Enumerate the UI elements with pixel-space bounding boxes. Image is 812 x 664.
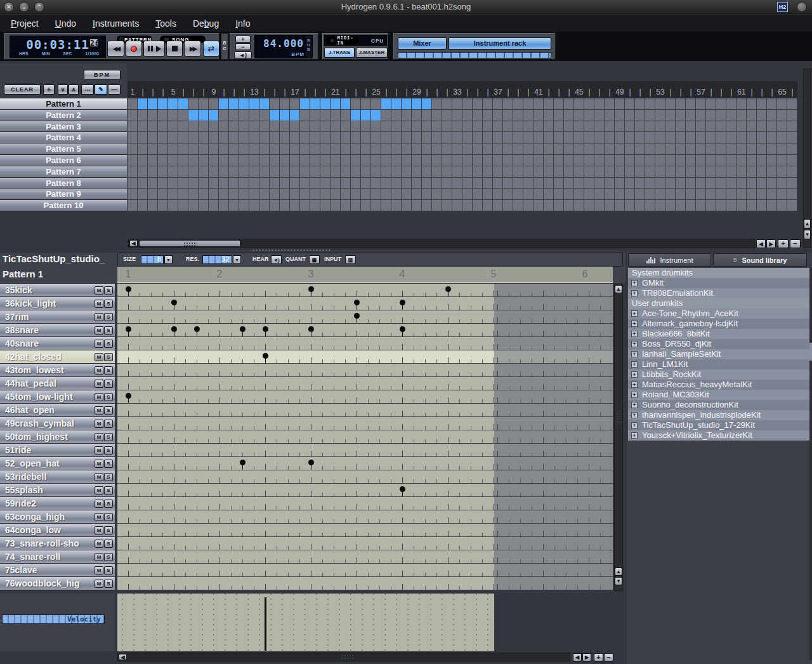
pattern-list-item-pattern-9[interactable]: Pattern 9 [0,189,127,200]
song-grid-cell[interactable] [148,189,158,200]
song-grid-cell[interactable] [716,132,726,143]
song-grid-cell[interactable] [351,98,361,110]
metronome-button[interactable]: ◄) [234,51,252,59]
song-grid-cell[interactable] [594,110,605,121]
song-grid-cell[interactable] [229,178,239,189]
song-grid-cell[interactable] [737,166,747,178]
song-grid-cell[interactable] [737,110,747,121]
song-grid-cell[interactable] [676,200,686,211]
menu-item-undo[interactable]: Undo [47,17,84,30]
song-grid-cell[interactable] [716,200,726,211]
instrument-row-45tom-low-light[interactable]: 45tom_low-lightMS [0,390,115,404]
song-grid-cell[interactable] [432,132,442,143]
song-grid-cell[interactable] [767,178,777,189]
song-grid-cell[interactable] [706,121,716,133]
song-grid-cell[interactable] [706,143,716,155]
draw-mode-button[interactable]: ✎ [95,84,107,95]
solo-button[interactable]: S [104,500,113,508]
song-grid-cell[interactable] [168,143,178,155]
mute-button[interactable]: M [95,553,103,561]
song-grid-cell[interactable] [655,121,665,133]
song-grid-cell[interactable] [158,166,168,178]
instrument-row-74-snare-roll[interactable]: 74_snare-rollMS [0,550,115,564]
jack-transport-button[interactable]: J.TRANS [324,48,355,58]
song-grid-cell[interactable] [452,155,462,166]
song-grid-cell[interactable] [412,143,422,155]
song-grid-cell[interactable] [361,132,371,143]
song-grid-cell[interactable] [412,200,422,211]
song-grid-cell[interactable] [554,132,564,143]
note-grid-row[interactable] [117,364,613,377]
song-grid-cell[interactable] [229,121,239,133]
menu-item-project[interactable]: Project [3,17,47,30]
song-grid-cell[interactable] [523,110,534,121]
song-grid-cell[interactable] [473,178,483,189]
song-grid-cell[interactable] [676,189,686,200]
song-grid-cell[interactable] [239,121,249,133]
song-grid-cell[interactable] [432,121,442,133]
song-grid-cell[interactable] [128,98,138,110]
song-grid-cell[interactable] [726,200,737,211]
song-grid-cell[interactable] [341,155,351,166]
song-grid-cell[interactable] [686,189,696,200]
song-grid-cell[interactable] [371,143,381,155]
song-grid-cell[interactable] [452,98,462,110]
song-grid-cell[interactable] [554,143,564,155]
song-grid-cell[interactable] [473,98,483,110]
note-grid-active-area[interactable] [117,457,494,470]
song-grid-cell[interactable] [320,121,331,133]
song-grid-cell[interactable] [655,98,665,110]
pattern-ruler[interactable]: 123456 [117,267,613,283]
pattern-list-item-pattern-5[interactable]: Pattern 5 [0,143,127,155]
song-grid-cell[interactable] [665,178,676,189]
solo-button[interactable]: S [104,380,113,388]
song-grid-cell[interactable] [351,200,361,211]
song-grid-cell[interactable] [645,166,655,178]
song-grid-cell[interactable] [259,143,270,155]
song-grid-cell[interactable] [554,110,564,121]
mute-button[interactable]: M [95,340,103,348]
song-grid-cell[interactable] [594,178,605,189]
song-grid-cell[interactable] [249,143,259,155]
song-grid-cell[interactable] [737,155,747,166]
menu-item-info[interactable]: Info [227,17,258,30]
song-grid-cell[interactable] [462,132,473,143]
instrument-row-63conga-high[interactable]: 63conga_highMS [0,510,115,524]
song-grid-cell[interactable] [645,110,655,121]
song-grid-cell[interactable] [483,200,493,211]
song-grid-cell[interactable] [442,98,452,110]
note-grid-active-area[interactable] [117,510,494,523]
note-grid-active-area[interactable] [117,497,494,510]
song-grid-cell[interactable] [148,200,158,211]
song-grid-cell[interactable] [462,110,473,121]
song-grid-cell[interactable] [635,143,645,155]
song-grid-cell[interactable] [422,132,432,143]
song-grid-cell[interactable] [594,166,605,178]
song-grid-cell[interactable] [564,98,574,110]
mute-button[interactable]: M [95,286,103,295]
song-grid-cell[interactable] [199,155,209,166]
song-zoom-out-button[interactable]: − [790,239,801,248]
song-grid-cell[interactable] [290,121,300,133]
song-grid-cell[interactable] [665,143,676,155]
song-grid-cell[interactable] [483,166,493,178]
note-grid-row[interactable] [117,497,613,510]
song-grid-cell[interactable] [128,200,138,211]
song-grid-cell[interactable] [503,98,513,110]
song-grid-cell[interactable] [331,200,341,211]
instrument-row-42hat-closed[interactable]: 42hat_closedMS [0,350,115,364]
song-grid-cell[interactable] [605,132,615,143]
song-grid-cell[interactable] [391,143,402,155]
song-grid-cell[interactable] [148,178,158,189]
forward-button[interactable]: ▶▶ [184,41,201,56]
song-grid-cell[interactable] [361,200,371,211]
song-grid-cell[interactable] [209,98,219,110]
song-grid-cell[interactable] [239,110,249,121]
song-grid-cell[interactable] [371,110,381,121]
song-grid-cell[interactable] [726,166,737,178]
song-grid-cell[interactable] [615,200,625,211]
song-grid-cell[interactable] [432,98,442,110]
song-grid-cell[interactable] [178,121,188,133]
song-grid-cell[interactable] [270,166,280,178]
song-grid-cell[interactable] [757,98,767,110]
